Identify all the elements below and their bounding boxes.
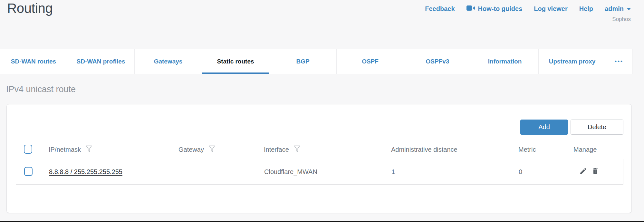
ip-netmask-filter-button[interactable]: [86, 145, 92, 154]
trash-icon: [591, 167, 599, 177]
route-admin-distance-value: 1: [391, 168, 395, 176]
column-label: Gateway: [178, 146, 204, 153]
log-viewer-link[interactable]: Log viewer: [534, 5, 567, 13]
route-interface-value: Cloudflare_MWAN: [264, 168, 317, 176]
table-row: 8.8.8.8 / 255.255.255.255 Cloudflare_MWA…: [16, 159, 623, 185]
tab-label: SD-WAN routes: [11, 58, 56, 65]
filter-funnel-icon: [294, 145, 300, 154]
more-tabs-button[interactable]: •••: [606, 49, 632, 74]
interface-filter-button[interactable]: [294, 145, 300, 154]
howto-guides-link[interactable]: How-to guides: [466, 5, 523, 13]
column-header-metric: Metric: [518, 145, 536, 154]
tab-ospf[interactable]: OSPF: [337, 49, 404, 74]
active-tab-underline: [202, 72, 269, 74]
column-label: Interface: [264, 146, 289, 153]
user-menu-label: admin: [605, 5, 624, 13]
help-link-label: Help: [579, 5, 593, 13]
delete-route-button[interactable]: [591, 167, 599, 177]
column-header-admin-distance: Administrative distance: [391, 145, 457, 154]
edit-route-button[interactable]: [579, 167, 587, 177]
tab-label: Upstream proxy: [549, 58, 596, 65]
filter-funnel-icon: [86, 145, 92, 154]
feedback-link-label: Feedback: [425, 5, 455, 13]
section-heading: IPv4 unicast route: [6, 84, 76, 94]
tab-label: Static routes: [217, 58, 254, 65]
top-nav: Feedback How-to guides Log viewer Help a…: [425, 5, 631, 13]
tab-sdwan-routes[interactable]: SD-WAN routes: [0, 49, 67, 74]
log-viewer-link-label: Log viewer: [534, 5, 567, 13]
delete-button[interactable]: Delete: [571, 120, 623, 135]
row-manage-actions: [579, 167, 599, 177]
ellipsis-icon: •••: [615, 58, 623, 65]
column-header-ip-netmask: IP/netmask: [49, 145, 92, 154]
tab-label: OSPF: [362, 58, 379, 65]
column-label: IP/netmask: [49, 146, 81, 153]
chevron-down-icon: [627, 8, 631, 10]
howto-guides-link-label: How-to guides: [478, 5, 523, 13]
tab-bgp[interactable]: BGP: [269, 49, 337, 74]
column-header-gateway: Gateway: [178, 145, 215, 154]
tab-label: Information: [488, 58, 522, 65]
user-menu[interactable]: admin: [605, 5, 631, 13]
gateway-filter-button[interactable]: [209, 145, 215, 154]
column-label: Metric: [518, 146, 536, 153]
help-link[interactable]: Help: [579, 5, 593, 13]
tab-static-routes[interactable]: Static routes: [202, 49, 269, 74]
tab-label: OSPFv3: [426, 58, 449, 65]
feedback-link[interactable]: Feedback: [425, 5, 455, 13]
add-button[interactable]: Add: [520, 120, 568, 135]
column-header-interface: Interface: [264, 145, 300, 154]
tab-information[interactable]: Information: [471, 49, 539, 74]
tab-upstream-proxy[interactable]: Upstream proxy: [539, 49, 606, 74]
pencil-icon: [579, 167, 587, 177]
filter-funnel-icon: [209, 145, 215, 154]
static-routes-card: Add Delete IP/netmask Gateway Interface …: [6, 104, 632, 213]
tab-gateways[interactable]: Gateways: [135, 49, 202, 74]
tab-label: SD-WAN profiles: [77, 58, 125, 65]
route-ip-netmask-link[interactable]: 8.8.8.8 / 255.255.255.255: [49, 168, 122, 176]
org-name: Sophos: [612, 16, 631, 23]
row-checkbox[interactable]: [24, 167, 33, 176]
routing-tab-bar: SD-WAN routes SD-WAN profiles Gateways S…: [0, 49, 632, 74]
tab-ospfv3[interactable]: OSPFv3: [404, 49, 471, 74]
tab-sdwan-profiles[interactable]: SD-WAN profiles: [67, 49, 135, 74]
column-label: Administrative distance: [391, 146, 457, 153]
video-camera-icon: [466, 5, 475, 13]
column-label: Manage: [573, 146, 597, 153]
select-all-checkbox[interactable]: [24, 145, 32, 154]
tab-label: BGP: [296, 58, 309, 65]
route-metric-value: 0: [519, 168, 522, 176]
page-title: Routing: [7, 1, 53, 16]
column-header-manage: Manage: [573, 145, 597, 154]
tab-label: Gateways: [154, 58, 183, 65]
